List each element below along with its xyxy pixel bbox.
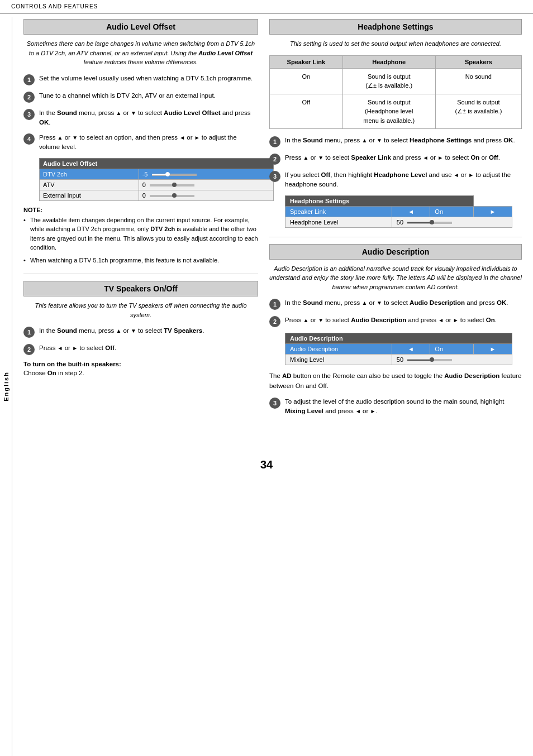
menu-row-dtv2ch: DTV 2ch -5	[40, 169, 274, 179]
menu-row-atv: ATV 0	[40, 179, 274, 190]
divider-2	[269, 237, 522, 237]
note-list: The available item changes depending on …	[23, 216, 258, 265]
hp-menu-row-headphonelevel: Headphone Level 50	[285, 217, 512, 227]
menu-value-dtv2ch: -5	[139, 169, 273, 179]
ad-menu-arrow-left: ◄	[392, 344, 430, 355]
hp-row-off: Off Sound is output(Headphone levelmenu …	[270, 94, 522, 129]
headphone-table: Speaker Link Headphone Speakers On Sound…	[269, 55, 522, 130]
ad-step-text-1: In the Sound menu, press or to select Au…	[285, 298, 508, 308]
ad-menu-header: Audio Description	[285, 333, 512, 344]
left-column: Audio Level Offset Sometimes there can b…	[23, 19, 258, 425]
ad-menu-row-audiodesc: Audio Description ◄ On ►	[285, 344, 512, 355]
audio-level-offset-title: Audio Level Offset	[23, 19, 258, 35]
hp-cell-off-speakers: Sound is output(∠± is available.)	[435, 94, 521, 129]
hp-step-num-3: 3	[269, 171, 280, 182]
ad-step-num-3: 3	[269, 398, 280, 409]
hp-step-text-1: In the Sound menu, press or to select He…	[285, 136, 515, 145]
hp-row-on: On Sound is output(∠± is available.) No …	[270, 68, 522, 94]
content-area: Audio Level Offset Sometimes there can b…	[12, 13, 533, 447]
hp-cell-off-headphone: Sound is output(Headphone levelmenu is a…	[342, 94, 435, 129]
tv-step-text-2: Press or to select Off.	[39, 343, 116, 353]
step-1: 1 Set the volume level usually used when…	[23, 74, 258, 85]
hp-step-2: 2 Press or to select Speaker Link and pr…	[269, 153, 522, 165]
note-item-2: When watching a DTV 5.1ch programme, thi…	[23, 256, 258, 265]
menu-value-external: 0	[139, 190, 273, 200]
audio-description-intro: Audio Description is an additional narra…	[269, 264, 522, 292]
hp-cell-on-speakers: No sound	[435, 68, 521, 94]
ad-step-text-3: To adjust the level of the audio descrip…	[285, 397, 522, 417]
step-text-3: In the Sound menu, press or to select Au…	[39, 108, 258, 128]
audio-level-offset-menu: Audio Level Offset DTV 2ch -5	[39, 158, 274, 201]
hp-step-num-2: 2	[269, 154, 280, 165]
note-section: NOTE: The available item changes dependi…	[23, 207, 258, 265]
ad-button-text: The AD button on the Remote can also be …	[269, 371, 522, 391]
tv-step-2: 2 Press or to select Off.	[23, 343, 258, 355]
top-bar: CONTROLS AND FEATURES	[0, 0, 533, 13]
step-text-4: Press or to select an option, and then p…	[39, 133, 258, 152]
ad-menu-value-audiodesc: On	[430, 344, 474, 355]
step-4: 4 Press or to select an option, and then…	[23, 133, 258, 152]
hp-menu-label-headphonelevel: Headphone Level	[285, 217, 392, 227]
ad-menu-value-mixinglevel: 50	[392, 355, 512, 365]
page-number: 34	[0, 447, 533, 477]
hp-step-num-1: 1	[269, 136, 280, 147]
hp-menu-value-speakerlink: On	[430, 206, 474, 217]
ad-menu-arrow-right: ►	[474, 344, 512, 355]
ad-step-1: 1 In the Sound menu, press or to select …	[269, 298, 522, 310]
hp-header-speakers: Speakers	[435, 55, 521, 68]
audio-level-offset-section: Audio Level Offset Sometimes there can b…	[23, 19, 258, 265]
step-text-1: Set the volume level usually used when w…	[39, 74, 253, 83]
step-num-3: 3	[23, 109, 35, 120]
hp-header-headphone: Headphone	[342, 55, 435, 68]
tv-step-1: 1 In the Sound menu, press or to select …	[23, 326, 258, 338]
note-item-1: The available item changes depending on …	[23, 216, 258, 252]
audio-level-offset-intro: Sometimes there can be large changes in …	[23, 39, 258, 67]
right-column: Headphone Settings This setting is used …	[269, 19, 522, 425]
hp-menu-arrow-right-speakerlink: ►	[474, 206, 512, 217]
ad-step-3: 3 To adjust the level of the audio descr…	[269, 397, 522, 417]
hp-menu-arrow-left-speakerlink: ◄	[392, 206, 430, 217]
menu-label-atv: ATV	[40, 179, 139, 190]
ad-step-2: 2 Press or to select Audio Description a…	[269, 315, 522, 327]
ad-step-num-1: 1	[269, 299, 280, 310]
audio-description-section: Audio Description Audio Description is a…	[269, 244, 522, 417]
hp-menu-value-headphonelevel: 50	[392, 217, 512, 227]
step-num-1: 1	[23, 74, 35, 85]
ad-menu-label-mixinglevel: Mixing Level	[285, 355, 392, 365]
hp-step-1: 1 In the Sound menu, press or to select …	[269, 136, 522, 147]
ad-step-text-2: Press or to select Audio Description and…	[285, 315, 497, 325]
note-title: NOTE:	[23, 207, 258, 213]
hp-cell-on-headphone: Sound is output(∠± is available.)	[342, 68, 435, 94]
headphone-settings-intro: This setting is used to set the sound ou…	[269, 39, 522, 49]
step-2: 2 Tune to a channel which is DTV 2ch, AT…	[23, 91, 258, 103]
hp-header-speakerlink: Speaker Link	[270, 55, 343, 68]
hp-menu-box: Headphone Settings Speaker Link ◄ On ► H…	[285, 195, 512, 228]
headphone-settings-section: Headphone Settings This setting is used …	[269, 19, 522, 228]
tv-step-num-2: 2	[23, 344, 35, 355]
hp-step-3: 3 If you select Off, then highlight Head…	[269, 170, 522, 190]
headphone-settings-title: Headphone Settings	[269, 19, 522, 35]
tv-speakers-title: TV Speakers On/Off	[23, 281, 258, 296]
choose-text: Choose On in step 2.	[23, 370, 258, 376]
hp-step-text-3: If you select Off, then highlight Headph…	[285, 170, 522, 190]
menu-header: Audio Level Offset	[40, 158, 274, 169]
menu-row-external: External Input 0	[40, 190, 274, 200]
hp-menu-row-speakerlink: Speaker Link ◄ On ►	[285, 206, 512, 217]
hp-step-text-2: Press or to select Speaker Link and pres…	[285, 153, 500, 162]
step-num-2: 2	[23, 92, 35, 103]
sidebar-label: English	[3, 371, 9, 401]
step-text-2: Tune to a channel which is DTV 2ch, ATV …	[39, 91, 216, 101]
sidebar-english: English	[0, 17, 12, 756]
page-wrapper: CONTROLS AND FEATURES English Audio Leve…	[0, 0, 533, 756]
ad-menu-label-audiodesc: Audio Description	[285, 344, 392, 355]
menu-label-dtv2ch: DTV 2ch	[40, 169, 139, 179]
audio-description-title: Audio Description	[269, 244, 522, 260]
top-label: CONTROLS AND FEATURES	[11, 3, 98, 9]
menu-value-atv: 0	[139, 179, 273, 190]
hp-cell-on-link: On	[270, 68, 343, 94]
menu-label-external: External Input	[40, 190, 139, 200]
tv-step-text-1: In the Sound menu, press or to select TV…	[39, 326, 204, 336]
step-num-4: 4	[23, 133, 35, 145]
hp-cell-off-link: Off	[270, 94, 343, 129]
tv-speakers-section: TV Speakers On/Off This feature allows y…	[23, 281, 258, 376]
